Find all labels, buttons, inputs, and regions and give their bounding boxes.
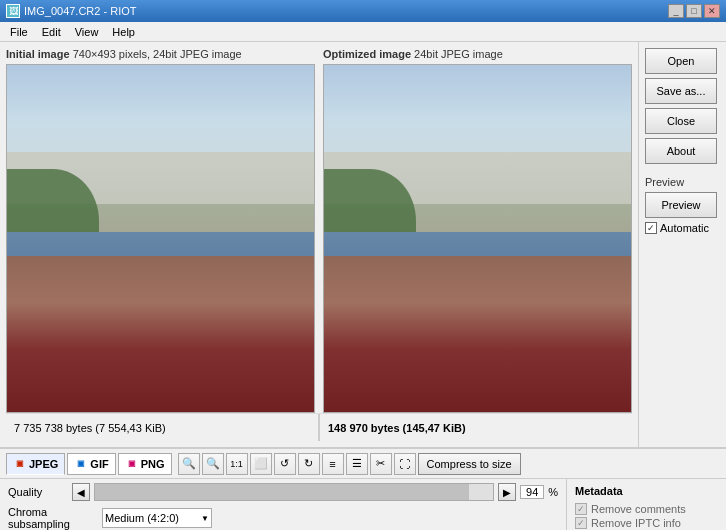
initial-image-container: Initial image 740×493 pixels, 24bit JPEG… (6, 48, 315, 413)
image-section: Initial image 740×493 pixels, 24bit JPEG… (6, 48, 632, 413)
meta-comments-label: Remove comments (591, 503, 686, 515)
optimized-image-label: Optimized image 24bit JPEG image (323, 48, 632, 60)
open-button[interactable]: Open (645, 48, 717, 74)
menu-view[interactable]: View (69, 25, 105, 39)
rotate-icon[interactable]: ✂ (370, 453, 392, 475)
chroma-label: Chroma subsampling (8, 506, 98, 530)
select-arrow-icon: ▼ (201, 514, 209, 523)
tab-jpeg-label: JPEG (29, 458, 58, 470)
optimized-image-display (324, 65, 631, 412)
quality-row: Quality ◀ ▶ 94 % (8, 483, 558, 501)
bottom-panel: ▣ JPEG ▣ GIF ▣ PNG 🔍 🔍 1:1 ⬜ ↺ ↻ ≡ ☰ ✂ ⛶… (0, 447, 726, 530)
automatic-checkbox[interactable]: ✓ (645, 222, 657, 234)
gif-icon: ▣ (74, 457, 88, 471)
zoom-out-icon[interactable]: 🔍 (202, 453, 224, 475)
jpeg-icon: ▣ (13, 457, 27, 471)
meta-iptc-label: Remove IPTC info (591, 517, 681, 529)
menu-bar: File Edit View Help (0, 22, 726, 42)
meta-remove-iptc: ✓ Remove IPTC info (575, 517, 718, 529)
redo-icon[interactable]: ↻ (298, 453, 320, 475)
menu-edit[interactable]: Edit (36, 25, 67, 39)
toolbar-icons: 🔍 🔍 1:1 ⬜ ↺ ↻ ≡ ☰ ✂ ⛶ (178, 453, 416, 475)
undo-icon[interactable]: ↺ (274, 453, 296, 475)
chroma-select[interactable]: Medium (4:2:0) ▼ (102, 508, 212, 528)
window-title: IMG_0047.CR2 - RIOT (24, 5, 136, 17)
meta-iptc-checkbox: ✓ (575, 517, 587, 529)
app-icon: 🖼 (6, 4, 20, 18)
tab-png[interactable]: ▣ PNG (118, 453, 172, 475)
tab-gif-label: GIF (90, 458, 108, 470)
settings-left: Quality ◀ ▶ 94 % Chroma subsampling Medi… (0, 479, 566, 530)
metadata-panel: Metadata ✓ Remove comments ✓ Remove IPTC… (566, 479, 726, 530)
initial-size: 7 735 738 bytes (7 554,43 KiB) (6, 414, 320, 441)
window-controls[interactable]: _ □ ✕ (668, 4, 720, 18)
size-bar: 7 735 738 bytes (7 554,43 KiB) 148 970 b… (6, 413, 632, 441)
quality-increase-button[interactable]: ▶ (498, 483, 516, 501)
quality-decrease-button[interactable]: ◀ (72, 483, 90, 501)
tab-gif[interactable]: ▣ GIF (67, 453, 115, 475)
settings-row: Quality ◀ ▶ 94 % Chroma subsampling Medi… (0, 479, 726, 530)
about-button[interactable]: About (645, 138, 717, 164)
initial-image-box (6, 64, 315, 413)
compress-to-size-button[interactable]: Compress to size (418, 453, 521, 475)
zoom-actual-icon[interactable]: 1:1 (226, 453, 248, 475)
maximize-button[interactable]: □ (686, 4, 702, 18)
close-button[interactable]: Close (645, 108, 717, 134)
chroma-row: Chroma subsampling Medium (4:2:0) ▼ (8, 507, 558, 529)
automatic-label: Automatic (660, 222, 709, 234)
optimized-image-container: Optimized image 24bit JPEG image (323, 48, 632, 413)
minimize-button[interactable]: _ (668, 4, 684, 18)
ground-bg-2 (324, 256, 631, 412)
flip-h-icon[interactable]: ≡ (322, 453, 344, 475)
preview-section: Preview Preview ✓ Automatic (645, 176, 720, 234)
percent-sign: % (548, 486, 558, 498)
image-panel: Initial image 740×493 pixels, 24bit JPEG… (0, 42, 638, 447)
format-tabs-bar: ▣ JPEG ▣ GIF ▣ PNG 🔍 🔍 1:1 ⬜ ↺ ↻ ≡ ☰ ✂ ⛶… (0, 449, 726, 479)
png-icon: ▣ (125, 457, 139, 471)
optimized-size: 148 970 bytes (145,47 KiB) (320, 414, 632, 441)
right-panel: Open Save as... Close About Preview Prev… (638, 42, 726, 447)
initial-image-display (7, 65, 314, 412)
crop-icon[interactable]: ⛶ (394, 453, 416, 475)
close-window-button[interactable]: ✕ (704, 4, 720, 18)
metadata-title: Metadata (575, 485, 718, 497)
title-bar-left: 🖼 IMG_0047.CR2 - RIOT (6, 4, 136, 18)
meta-comments-checkbox: ✓ (575, 503, 587, 515)
menu-help[interactable]: Help (106, 25, 141, 39)
quality-label: Quality (8, 486, 68, 498)
tab-jpeg[interactable]: ▣ JPEG (6, 453, 65, 475)
flip-v-icon[interactable]: ☰ (346, 453, 368, 475)
meta-remove-comments: ✓ Remove comments (575, 503, 718, 515)
tab-png-label: PNG (141, 458, 165, 470)
quality-slider[interactable] (94, 483, 494, 501)
ground-bg (7, 256, 314, 412)
initial-image-label: Initial image 740×493 pixels, 24bit JPEG… (6, 48, 315, 60)
quality-value[interactable]: 94 (520, 485, 544, 499)
preview-button[interactable]: Preview (645, 192, 717, 218)
chroma-value: Medium (4:2:0) (105, 512, 179, 524)
preview-label: Preview (645, 176, 720, 188)
fit-icon[interactable]: ⬜ (250, 453, 272, 475)
title-bar: 🖼 IMG_0047.CR2 - RIOT _ □ ✕ (0, 0, 726, 22)
optimized-image-box (323, 64, 632, 413)
save-as-button[interactable]: Save as... (645, 78, 717, 104)
slider-fill (95, 484, 469, 500)
automatic-check[interactable]: ✓ Automatic (645, 222, 720, 234)
zoom-in-icon[interactable]: 🔍 (178, 453, 200, 475)
menu-file[interactable]: File (4, 25, 34, 39)
main-area: Initial image 740×493 pixels, 24bit JPEG… (0, 42, 726, 447)
